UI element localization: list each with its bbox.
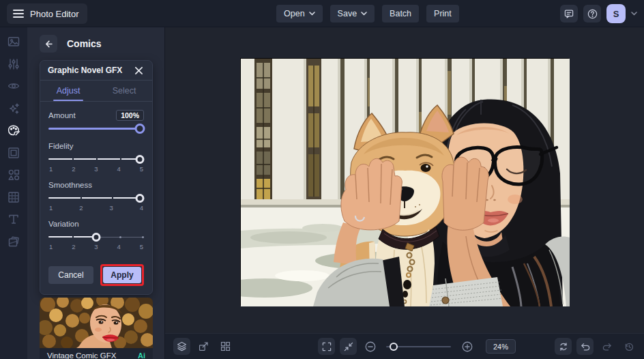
redo-button[interactable] [598, 338, 615, 355]
collage-icon [7, 235, 20, 248]
rail-item-artsy[interactable] [6, 124, 21, 137]
reset-icon [558, 341, 569, 352]
eye-icon [7, 79, 20, 93]
open-button[interactable]: Open [276, 5, 323, 23]
smoothness-slider[interactable] [48, 193, 144, 203]
history-tools [555, 338, 637, 355]
rail-item-edit[interactable] [6, 35, 21, 48]
reset-button[interactable] [555, 338, 572, 355]
fullscreen-icon [321, 341, 332, 352]
avatar[interactable]: S [606, 4, 626, 23]
smoothness-label: Smoothness [48, 181, 92, 189]
zoom-slider[interactable] [386, 342, 451, 351]
slider-track [48, 197, 144, 199]
back-button[interactable] [40, 35, 57, 53]
layer-tools [173, 338, 234, 355]
smoothness-ticks: 1 2 3 4 [48, 204, 144, 212]
fullscreen-button[interactable] [318, 338, 335, 355]
canvas-area[interactable] [165, 27, 644, 333]
history-button[interactable] [620, 338, 637, 355]
layers-button[interactable] [173, 338, 190, 355]
grid-icon [220, 341, 231, 352]
slider-row-smoothness: Smoothness 1 2 3 4 [48, 178, 144, 212]
cancel-button[interactable]: Cancel [48, 266, 93, 284]
zoom-level-input[interactable]: 24% [486, 339, 516, 354]
variation-slider[interactable] [48, 232, 144, 242]
feedback-button[interactable] [560, 5, 578, 23]
rail-item-frames[interactable] [6, 146, 21, 160]
rail-item-graphics[interactable] [6, 168, 21, 182]
amount-label: Amount [48, 111, 76, 119]
avatar-initial: S [613, 9, 619, 19]
close-button[interactable] [133, 65, 145, 76]
variation-label: Variation [48, 220, 79, 228]
undo-button[interactable] [576, 338, 594, 355]
sparkles-icon [7, 102, 20, 115]
slider-row-fidelity: Fidelity 1 2 3 4 5 [48, 139, 144, 173]
zoom-tools: 24% [318, 338, 516, 355]
grid-view-button[interactable] [217, 338, 234, 355]
effect-thumbnail [40, 298, 153, 348]
sliders-icon [7, 57, 20, 71]
account-menu-caret[interactable] [631, 12, 637, 16]
palette-icon [7, 124, 20, 137]
slider-track [48, 128, 144, 130]
topbar-right: S [560, 4, 637, 23]
resize-export-icon [198, 341, 209, 352]
main-menu-button[interactable]: Photo Editor [7, 3, 87, 24]
rail-item-adjust[interactable] [6, 57, 21, 71]
zoom-out-button[interactable] [362, 338, 379, 355]
export-size-button[interactable] [195, 338, 212, 355]
slider-row-variation: Variation 1 2 3 4 [48, 217, 144, 250]
amount-slider-handle[interactable] [135, 124, 145, 134]
apply-button[interactable]: Apply [103, 267, 141, 283]
rail-item-effects[interactable] [6, 102, 21, 115]
help-icon [587, 8, 598, 20]
tab-select[interactable]: Select [96, 81, 152, 101]
batch-button[interactable]: Batch [382, 5, 419, 23]
tool-rail [0, 27, 27, 359]
fit-screen-icon [343, 341, 354, 352]
rail-item-touchup[interactable] [6, 79, 21, 93]
image-icon [7, 35, 20, 48]
panel-header: Comics [27, 27, 164, 59]
fidelity-slider-handle[interactable] [136, 155, 145, 164]
effect-card-vintage-comic[interactable]: Vintage Comic GFX Ai [40, 298, 153, 359]
close-icon [134, 66, 143, 75]
effects-panel: Comics Graphic Novel GFX Adjust Select A… [27, 27, 165, 359]
canvas-image[interactable] [240, 58, 569, 306]
rail-item-layers[interactable] [6, 235, 21, 248]
app-title: Photo Editor [30, 9, 79, 19]
bottom-toolbar: 24% [165, 333, 644, 359]
arrow-left-icon [44, 39, 54, 49]
dialog-title: Graphic Novel GFX [48, 66, 122, 75]
variation-slider-handle[interactable] [92, 233, 101, 242]
effect-label-bar: Vintage Comic GFX Ai [40, 348, 153, 359]
zoom-in-button[interactable] [458, 338, 475, 355]
fit-screen-button[interactable] [340, 338, 357, 355]
slider-row-amount: Amount 100% [48, 109, 144, 134]
photo-editor-app: Photo Editor Open Save Batch Print [0, 0, 644, 359]
dialog-tabs: Adjust Select [40, 81, 152, 101]
undo-icon [580, 341, 591, 352]
ai-badge: Ai [138, 351, 145, 359]
rail-item-overlays[interactable] [6, 190, 21, 204]
fidelity-slider[interactable] [48, 154, 144, 164]
comment-icon [564, 8, 574, 19]
print-button[interactable]: Print [426, 5, 459, 23]
open-label: Open [284, 9, 305, 18]
variation-ticks: 1 2 3 4 5 [48, 243, 144, 250]
minus-circle-icon [364, 341, 377, 353]
amount-slider[interactable] [48, 124, 144, 134]
save-button[interactable]: Save [330, 5, 375, 23]
redo-icon [602, 341, 613, 352]
smoothness-slider-handle[interactable] [136, 194, 145, 203]
dialog-header: Graphic Novel GFX [40, 61, 152, 80]
hamburger-icon [13, 10, 24, 18]
topbar: Photo Editor Open Save Batch Print [0, 0, 644, 27]
zoom-slider-handle[interactable] [390, 343, 398, 351]
history-icon [624, 341, 634, 352]
tab-adjust[interactable]: Adjust [40, 81, 96, 101]
help-button[interactable] [583, 5, 601, 23]
rail-item-text[interactable] [6, 212, 21, 226]
